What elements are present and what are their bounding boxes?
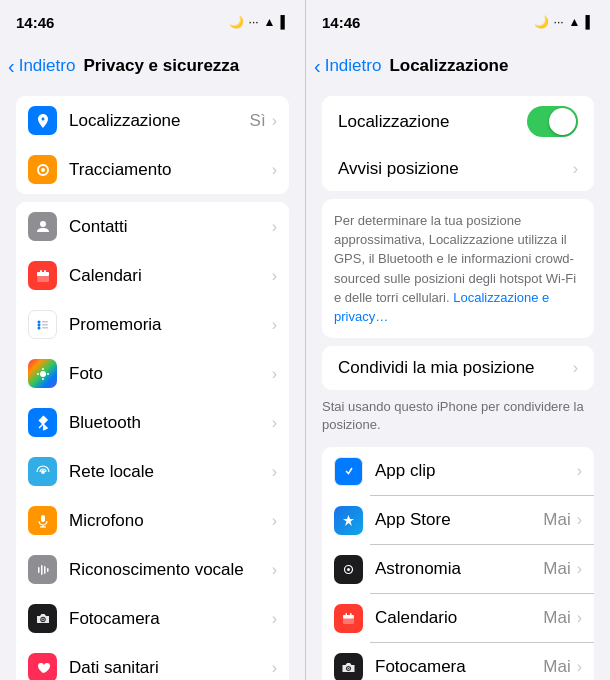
- svg-rect-8: [42, 324, 48, 326]
- tracciamento-label: Tracciamento: [69, 160, 270, 180]
- list-item-astronomia[interactable]: Astronomia Mai ›: [322, 545, 594, 594]
- left-scroll[interactable]: Localizzazione Sì › Tracciamento ›: [0, 88, 305, 680]
- svg-rect-2: [40, 270, 42, 273]
- section-toggle: Localizzazione Avvisi posizione ›: [306, 96, 610, 191]
- info-text: Per determinare la tua posizione appross…: [334, 213, 576, 324]
- right-scroll[interactable]: Localizzazione Avvisi posizione › Per de…: [306, 88, 610, 680]
- back-label-right: Indietro: [325, 56, 382, 76]
- list-item-contatti[interactable]: Contatti ›: [16, 202, 289, 251]
- section-privacy: Contatti › Calendari ›: [0, 202, 305, 680]
- list-item-rete-locale[interactable]: Rete locale ›: [16, 447, 289, 496]
- list-item-localizzazione[interactable]: Localizzazione Sì ›: [16, 96, 289, 145]
- svg-rect-14: [47, 373, 49, 375]
- microfono-icon: [28, 506, 57, 535]
- apps-group: App clip › App Store Mai ›: [322, 447, 594, 681]
- fotocamera-app-chevron: ›: [577, 658, 582, 676]
- list-item-bluetooth[interactable]: Bluetooth ›: [16, 398, 289, 447]
- svg-rect-11: [42, 368, 44, 370]
- calendari-icon: [28, 261, 57, 290]
- condividi-row[interactable]: Condividi la mia posizione ›: [322, 346, 594, 390]
- fotocamera-app-icon: [334, 653, 363, 681]
- list-item-calendari[interactable]: Calendari ›: [16, 251, 289, 300]
- rete-locale-icon: [28, 457, 57, 486]
- svg-rect-20: [41, 565, 43, 575]
- fotocamera-label: Fotocamera: [69, 609, 270, 629]
- svg-rect-19: [38, 567, 40, 573]
- page-title-left: Privacy e sicurezza: [83, 56, 239, 76]
- app-clip-label: App clip: [375, 461, 575, 481]
- list-item-fotocamera-app[interactable]: Fotocamera Mai ›: [322, 643, 594, 681]
- promemoria-icon: [28, 310, 57, 339]
- status-bar-left: 14:46 🌙 ··· ▲ ▌: [0, 0, 305, 44]
- foto-label: Foto: [69, 364, 270, 384]
- location-group: Localizzazione Sì › Tracciamento ›: [16, 96, 289, 194]
- svg-rect-25: [343, 465, 355, 477]
- dati-sanitari-label: Dati sanitari: [69, 658, 270, 678]
- svg-rect-9: [42, 327, 48, 329]
- localizzazione-icon: [28, 106, 57, 135]
- calendario-label: Calendario: [375, 608, 543, 628]
- calendari-chevron: ›: [272, 267, 277, 285]
- list-item-riconoscimento[interactable]: Riconoscimento vocale ›: [16, 545, 289, 594]
- localizzazione-toggle-label: Localizzazione: [338, 112, 450, 132]
- bluetooth-icon: [28, 408, 57, 437]
- app-clip-chevron: ›: [577, 462, 582, 480]
- avvisi-row[interactable]: Avvisi posizione ›: [322, 147, 594, 191]
- tracciamento-chevron: ›: [272, 161, 277, 179]
- rete-locale-chevron: ›: [272, 463, 277, 481]
- back-button-left[interactable]: ‹ Indietro: [8, 56, 75, 76]
- riconoscimento-icon: [28, 555, 57, 584]
- svg-rect-3: [44, 270, 46, 273]
- svg-point-10: [40, 371, 46, 377]
- svg-rect-29: [343, 615, 354, 619]
- fotocamera-icon: [28, 604, 57, 633]
- signal-dots: ···: [249, 15, 259, 29]
- svg-rect-7: [42, 321, 48, 323]
- list-item-foto[interactable]: Foto ›: [16, 349, 289, 398]
- signal-dots-right: ···: [554, 15, 564, 29]
- app-store-value: Mai: [543, 510, 570, 530]
- section-apps: App clip › App Store Mai ›: [306, 447, 610, 681]
- fotocamera-chevron: ›: [272, 610, 277, 628]
- battery-icon: ▌: [280, 15, 289, 29]
- list-item-dati-sanitari[interactable]: Dati sanitari ›: [16, 643, 289, 680]
- localizzazione-toggle[interactable]: [527, 106, 578, 137]
- svg-rect-22: [47, 568, 49, 572]
- dati-sanitari-chevron: ›: [272, 659, 277, 677]
- svg-point-15: [41, 470, 45, 474]
- wifi-icon: ▲: [264, 15, 276, 29]
- info-box: Per determinare la tua posizione appross…: [322, 199, 594, 338]
- calendario-value: Mai: [543, 608, 570, 628]
- promemoria-chevron: ›: [272, 316, 277, 334]
- list-item-fotocamera[interactable]: Fotocamera ›: [16, 594, 289, 643]
- localizzazione-toggle-row[interactable]: Localizzazione: [322, 96, 594, 147]
- astronomia-icon: [334, 555, 363, 584]
- fotocamera-app-value: Mai: [543, 657, 570, 677]
- foto-icon: [28, 359, 57, 388]
- svg-rect-1: [37, 272, 49, 276]
- promemoria-label: Promemoria: [69, 315, 270, 335]
- list-item-app-clip[interactable]: App clip ›: [322, 447, 594, 496]
- list-item-calendario[interactable]: Calendario Mai ›: [322, 594, 594, 643]
- riconoscimento-label: Riconoscimento vocale: [69, 560, 270, 580]
- foto-chevron: ›: [272, 365, 277, 383]
- section-condividi: Condividi la mia posizione › Stai usando…: [306, 346, 610, 438]
- contatti-chevron: ›: [272, 218, 277, 236]
- list-item-tracciamento[interactable]: Tracciamento ›: [16, 145, 289, 194]
- avvisi-chevron: ›: [573, 160, 578, 178]
- dati-sanitari-icon: [28, 653, 57, 680]
- svg-rect-12: [42, 378, 44, 380]
- back-label-left: Indietro: [19, 56, 76, 76]
- rete-locale-label: Rete locale: [69, 462, 270, 482]
- contatti-label: Contatti: [69, 217, 270, 237]
- list-item-microfono[interactable]: Microfono ›: [16, 496, 289, 545]
- localizzazione-label: Localizzazione: [69, 111, 250, 131]
- right-panel: 14:46 🌙 ··· ▲ ▌ ‹ Indietro Localizzazion…: [305, 0, 610, 680]
- list-item-promemoria[interactable]: Promemoria ›: [16, 300, 289, 349]
- svg-point-33: [348, 667, 350, 669]
- toggle-knob: [549, 108, 576, 135]
- back-button-right[interactable]: ‹ Indietro: [314, 56, 381, 76]
- tracciamento-icon: [28, 155, 57, 184]
- condividi-chevron: ›: [573, 359, 578, 377]
- list-item-app-store[interactable]: App Store Mai ›: [322, 496, 594, 545]
